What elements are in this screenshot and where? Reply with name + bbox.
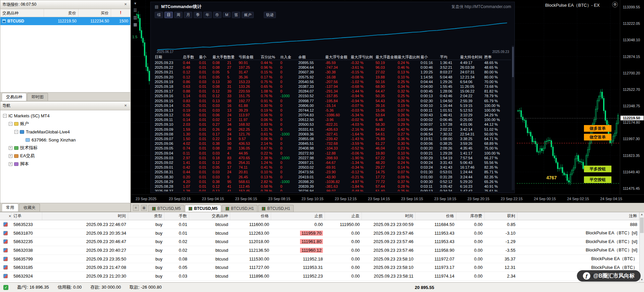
window-menu-icon[interactable]: ≡: [133, 205, 139, 211]
orders-column-header[interactable]: 交易品种: [189, 212, 230, 220]
stats-toolbar-tab[interactable]: 巾: [213, 12, 221, 18]
stats-toolbar-tab[interactable]: 年: [203, 12, 212, 18]
orders-column-header[interactable]: 注释: [517, 212, 639, 220]
chart-bars-icon[interactable]: ▥: [133, 15, 137, 19]
order-row[interactable]: 586318702025.09.23 20:35:34buy0.01btcusd…: [0, 229, 644, 238]
orders-column-header[interactable]: 订单: [11, 212, 42, 220]
order-row[interactable]: 586331852025.09.23 21:47:08buy0.05btcusd…: [0, 263, 644, 272]
stats-toolbar-tab[interactable]: 日: [164, 12, 173, 18]
chart-tab[interactable]: BTCUSD,M5: [185, 205, 221, 212]
tile-windows-icon[interactable]: ▦: [141, 205, 147, 211]
orders-column-header[interactable]: 价格: [230, 212, 271, 220]
orders-scrollbar[interactable]: ▲ ▼: [639, 212, 644, 282]
market-watch-column-header[interactable]: 交易品种: [0, 9, 44, 17]
close-long-button[interactable]: 平多按钮: [584, 166, 611, 172]
stats-toolbar-tab[interactable]: 周: [174, 12, 183, 18]
market-watch-tab-tick-chart[interactable]: 即时图: [27, 93, 48, 101]
stats-table-row[interactable]: 2025.09.220.480.010.0827197.250.96 %0208…: [155, 65, 511, 70]
order-row[interactable]: 586320382025.09.23 20:40:27buy0.02btcusd…: [0, 246, 644, 255]
stats-table-row[interactable]: 2025.09.140.250.010.031661.880.30 %02080…: [155, 103, 511, 108]
tree-item[interactable]: −TradeMaxGlobal-Live4: [0, 128, 130, 136]
close-icon[interactable]: ×: [123, 2, 128, 7]
stats-table-row[interactable]: 2025.09.071.500.010.22249.570.06 %020855…: [155, 136, 511, 141]
expand-icon[interactable]: +: [9, 162, 12, 166]
stats-table-row[interactable]: 2025.08.300.200.010.03926.450.13 %020419…: [155, 175, 511, 179]
navigator-tab-common[interactable]: 常用: [2, 203, 18, 212]
stats-table-row[interactable]: 2025.09.180.630.010.0831133.260.65 %0203…: [155, 84, 511, 89]
stats-table-row[interactable]: 2025.09.021.410.010.1245254.311.24 %0206…: [155, 160, 511, 165]
tree-item[interactable]: −账户: [0, 120, 130, 128]
stats-table-row[interactable]: 2025.09.130.190.010.031339.290.19 %02074…: [155, 108, 511, 113]
close-icon[interactable]: ×: [0, 212, 11, 220]
close-icon[interactable]: ×: [123, 103, 128, 109]
stats-table-row[interactable]: 2025.08.294.200.010.3895568.612.82 %-100…: [155, 179, 511, 184]
chart-tab[interactable]: BTCUSD,M5: [148, 205, 184, 212]
collapse-icon[interactable]: −: [9, 122, 12, 126]
stats-toolbar-tab[interactable]: 季: [194, 12, 202, 18]
stats-table-row[interactable]: 2025.09.161.140.010.1233151.750.76 %-100…: [155, 94, 511, 98]
stats-table-row[interactable]: 2025.09.050.740.010.0828136.050.67 %0204…: [155, 146, 511, 151]
buy-first-button[interactable]: 做多首单: [584, 125, 611, 132]
orders-column-header[interactable]: 止盈: [325, 212, 362, 220]
stats-table-row[interactable]: 2025.09.110.140.010.021211.970.06 %02051…: [155, 117, 511, 122]
market-watch-column-header[interactable]: 买价: [79, 9, 111, 17]
orders-column-header[interactable]: 时间: [42, 212, 128, 220]
chart-tab[interactable]: BTCUSD,H1: [222, 205, 257, 212]
navigator-tab-favorites[interactable]: 收藏夹: [19, 203, 40, 212]
stats-table-row[interactable]: 2025.09.120.560.010.0624113.970.56 %0207…: [155, 113, 511, 117]
stats-table-row[interactable]: 2025.09.010.420.010.051774.110.41 %02050…: [155, 165, 511, 170]
orders-column-header[interactable]: 止损: [271, 212, 325, 220]
stats-table-row[interactable]: 2025.08.271.280.010.1241152.450.78 %0207…: [155, 189, 511, 191]
market-watch-column-header[interactable]: !: [111, 9, 130, 17]
stats-table-row[interactable]: 2025.09.170.880.010.1239220.591.08 %0202…: [155, 89, 511, 94]
list-icon[interactable]: ☰: [134, 8, 137, 12]
close-short-button[interactable]: 平空按钮: [584, 176, 611, 183]
stats-toolbar-tab[interactable]: M: [223, 12, 231, 17]
stats-scrollbar[interactable]: [512, 46, 514, 190]
stats-table-row[interactable]: 2025.09.230.440.010.082190.910.44 %02089…: [155, 60, 511, 65]
expand-icon[interactable]: +: [9, 154, 12, 158]
stats-table-row[interactable]: 2025.08.310.440.010.032420.810.10 %02047…: [155, 170, 511, 174]
tree-item[interactable]: +脚本: [0, 160, 130, 168]
orders-column-header[interactable]: 手数: [164, 212, 189, 220]
stats-table-row[interactable]: 2025.09.102.030.010.2734168.920.83 %0205…: [155, 122, 511, 127]
stats-toolbar-tab[interactable]: 账户: [242, 12, 254, 18]
orders-column-header[interactable]: 获利: [485, 212, 517, 220]
market-watch-row[interactable]: BTCUSD112219.50112234.501500: [0, 17, 130, 25]
stats-table-row[interactable]: 2025.09.190.860.030.1330153.230.75 %0205…: [155, 79, 511, 84]
stats-table-row[interactable]: 2025.09.032.970.010.1883470.652.38 %-100…: [155, 156, 511, 160]
stats-table-row[interactable]: 2025.09.210.120.010.05531.470.15 %020607…: [155, 70, 511, 74]
tree-item[interactable]: +EA交易: [0, 152, 130, 160]
stats-toolbar-tab[interactable]: 笛: [232, 12, 240, 18]
stats-table-row[interactable]: 2025.09.150.830.010.1338192.770.91 %0209…: [155, 99, 511, 103]
scrollbar-thumb[interactable]: [640, 218, 644, 233]
gear-icon[interactable]: ⚙: [612, 2, 618, 7]
dropdown-icon[interactable]: ▾: [134, 1, 136, 5]
orders-column-header[interactable]: 类型: [128, 212, 164, 220]
expand-icon[interactable]: +: [9, 146, 12, 150]
stats-table-row[interactable]: 2025.09.200.120.010.05535.360.17 %020575…: [155, 75, 511, 79]
stats-table-row[interactable]: 2025.09.040.110.010.03444.950.22 %020272…: [155, 151, 511, 156]
stats-table-row[interactable]: 2025.09.091.590.010.2649262.251.31 %0203…: [155, 127, 511, 132]
mtcommander-site-link[interactable]: 复盘侠 http://MTCommander.com: [451, 4, 511, 10]
market-watch-tab-symbols[interactable]: 交易品种: [2, 93, 27, 101]
stats-table-row[interactable]: 2025.09.064.020.010.3890436.532.14 %0208…: [155, 141, 511, 146]
stats-toolbar-tab[interactable]: 月: [184, 12, 192, 18]
order-row[interactable]: 586357992025.09.23 23:35:50buy0.08btcusd…: [0, 255, 644, 264]
order-row[interactable]: 586329242025.09.23 21:20:30buy0.03btcusd…: [0, 272, 644, 281]
collapse-icon[interactable]: −: [14, 130, 18, 134]
order-row[interactable]: 586352332025.09.23 22:46:07buy0.01btcusd…: [0, 220, 644, 229]
scroll-up-icon[interactable]: ▲: [640, 212, 644, 217]
stats-toolbar-tab[interactable]: 综: [155, 12, 163, 18]
stats-table-row[interactable]: 2025.08.281.070.010.1241112.450.58 %0208…: [155, 184, 511, 189]
grid-icon[interactable]: ▦: [133, 22, 137, 26]
stats-table-row[interactable]: 2025.09.081.300.010.1724121.760.61 %-100…: [155, 132, 511, 136]
scroll-down-icon[interactable]: ▼: [640, 278, 644, 282]
orders-column-header[interactable]: 时间: [362, 212, 415, 220]
orders-column-header[interactable]: 价格: [415, 212, 456, 220]
tree-item[interactable]: 637966: Song Xinzhan: [0, 136, 130, 144]
orders-column-header[interactable]: 库存费: [456, 212, 485, 220]
tree-item[interactable]: −IC Markets (SC) MT4: [0, 112, 130, 120]
stats-toolbar-tab-trace[interactable]: 轨迹: [264, 12, 276, 18]
chart-tab[interactable]: BTCUSD,H1: [258, 205, 294, 212]
